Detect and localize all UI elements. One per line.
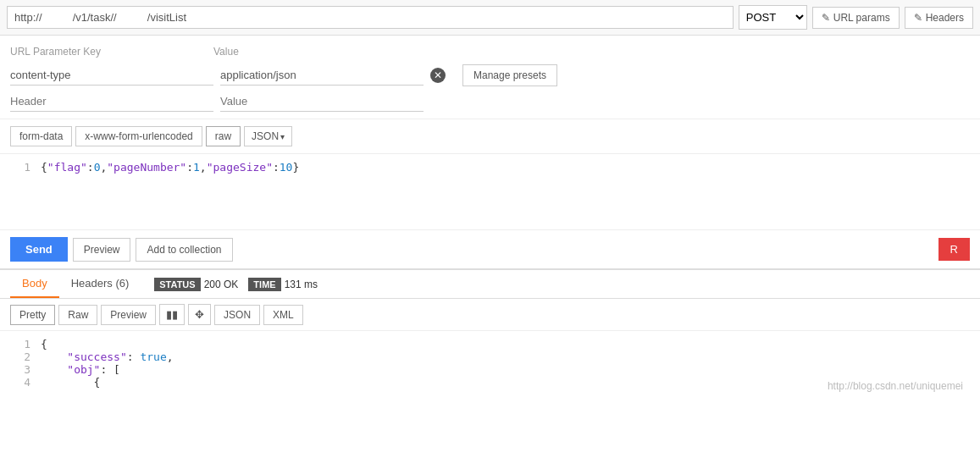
urlencoded-button[interactable]: x-www-form-urlencoded xyxy=(75,126,202,146)
time-label: TIME xyxy=(248,278,280,291)
time-value: 131 ms xyxy=(285,279,318,290)
resp-line-1: 1 { xyxy=(0,338,980,350)
preview-button[interactable]: Preview xyxy=(73,238,131,262)
tab-body[interactable]: Body xyxy=(10,270,59,298)
raw-button[interactable]: raw xyxy=(206,126,241,146)
pretty-button[interactable]: Pretty xyxy=(10,305,55,325)
xml-format-button[interactable]: XML xyxy=(263,305,303,325)
resp-line-2: 2 "success": true, xyxy=(0,350,980,363)
edit-icon-2: ✎ xyxy=(914,12,922,24)
empty-header-row xyxy=(10,91,970,112)
response-tabs: Body Headers (6) STATUS 200 OK TIME 131 … xyxy=(0,270,980,299)
code-line-1: 1 {"flag":0,"pageNumber":1,"pageSize":10… xyxy=(0,161,980,174)
chevron-down-icon: ▾ xyxy=(280,132,285,141)
url-input[interactable] xyxy=(7,6,734,29)
tab-headers[interactable]: Headers (6) xyxy=(59,270,141,298)
value-column-header: Value xyxy=(213,42,417,61)
body-type-bar: form-data x-www-form-urlencoded raw JSON… xyxy=(0,119,980,154)
preview-format-button[interactable]: Preview xyxy=(101,305,156,325)
empty-header-key[interactable] xyxy=(10,91,213,112)
key-column-header: URL Parameter Key xyxy=(10,42,213,61)
header-key-input[interactable] xyxy=(10,65,213,86)
resp-line-3: 3 "obj": [ xyxy=(0,363,980,376)
format-bar: Pretty Raw Preview ▮▮ ✥ JSON XML xyxy=(0,299,980,331)
url-params-button[interactable]: ✎ URL params xyxy=(812,7,900,29)
status-badge: STATUS 200 OK TIME 131 ms xyxy=(154,278,318,291)
send-button[interactable]: Send xyxy=(10,237,68,262)
action-bar: Send Preview Add to collection R xyxy=(0,230,980,270)
raw-format-button[interactable]: Raw xyxy=(58,305,97,325)
status-label: STATUS xyxy=(154,278,200,291)
status-value: 200 OK xyxy=(204,279,239,290)
form-data-button[interactable]: form-data xyxy=(10,126,72,146)
copy-icon-button[interactable]: ▮▮ xyxy=(159,304,185,325)
wrap-icon-button[interactable]: ✥ xyxy=(188,304,211,325)
empty-header-value[interactable] xyxy=(220,91,424,112)
json-format-button[interactable]: JSON xyxy=(214,305,260,325)
response-body-container: 1 { 2 "success": true, 3 "obj": [ 4 { ht… xyxy=(0,331,980,399)
watermark: http://blog.csdn.net/uniquemei xyxy=(828,380,963,392)
remove-header-button[interactable]: ✕ xyxy=(430,68,446,83)
params-section: URL Parameter Key Value ✕ Manage presets xyxy=(0,36,980,119)
json-dropdown-button[interactable]: JSON ▾ xyxy=(244,126,292,146)
add-to-collection-button[interactable]: Add to collection xyxy=(136,238,232,262)
manage-presets-button[interactable]: Manage presets xyxy=(462,64,557,86)
url-bar: POST GET PUT DELETE ✎ URL params ✎ Heade… xyxy=(0,0,980,36)
content-type-row: ✕ Manage presets xyxy=(10,64,970,86)
header-value-input[interactable] xyxy=(220,65,424,86)
headers-button[interactable]: ✎ Headers xyxy=(905,7,973,29)
method-select[interactable]: POST GET PUT DELETE xyxy=(739,5,807,30)
edit-icon: ✎ xyxy=(822,12,830,24)
param-header-row: URL Parameter Key Value xyxy=(10,42,970,61)
right-action-button[interactable]: R xyxy=(938,238,970,261)
code-editor[interactable]: 1 {"flag":0,"pageNumber":1,"pageSize":10… xyxy=(0,154,980,230)
